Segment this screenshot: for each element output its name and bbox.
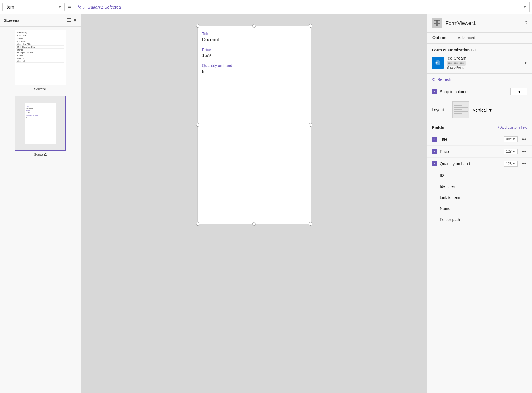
field-more-title[interactable]: ••• bbox=[520, 136, 527, 142]
svg-rect-0 bbox=[434, 20, 437, 23]
snap-columns-value: 1 bbox=[513, 89, 515, 94]
refresh-label: Refresh bbox=[437, 77, 451, 82]
layout-row: Layout Vertical ▼ bbox=[427, 98, 532, 121]
layout-chevron: ▼ bbox=[488, 108, 493, 112]
field-name-identifier: Identifier bbox=[440, 184, 527, 189]
datasource-chevron[interactable]: ▼ bbox=[523, 60, 527, 65]
screens-grid-icon[interactable]: ■ bbox=[74, 18, 77, 23]
screens-title: Screens bbox=[4, 18, 19, 23]
field-checkbox-name[interactable] bbox=[432, 206, 437, 211]
tab-advanced[interactable]: Advanced bbox=[453, 33, 480, 43]
field-name-folderpath: Folder path bbox=[440, 217, 527, 222]
layout-line bbox=[454, 107, 468, 108]
thumb1-row: Mint Chocolate Chip› bbox=[16, 46, 64, 49]
panel-title: FormViewer1 bbox=[446, 20, 522, 26]
refresh-row[interactable]: ↻ Refresh bbox=[427, 74, 532, 85]
screen2-title-value: Coconut bbox=[26, 107, 54, 109]
field-checkbox-identifier[interactable] bbox=[432, 184, 437, 189]
handle-tc[interactable] bbox=[252, 24, 256, 28]
field-type-qty[interactable]: 123 ▼ bbox=[504, 161, 518, 167]
screens-header: Screens ☰ ■ bbox=[0, 14, 81, 27]
snap-columns-chevron: ▼ bbox=[518, 89, 522, 94]
main-layout: Screens ☰ ■ Strawberry› Chocolate› Vanil… bbox=[0, 14, 532, 393]
right-panel: FormViewer1 ? Options Advanced Form cust… bbox=[427, 14, 532, 393]
handle-tr[interactable] bbox=[309, 24, 312, 28]
handle-mr[interactable] bbox=[309, 123, 312, 127]
screens-list-icon[interactable]: ☰ bbox=[67, 18, 71, 23]
layout-line bbox=[454, 109, 462, 110]
handle-br[interactable] bbox=[309, 222, 312, 226]
handle-ml[interactable] bbox=[196, 123, 199, 127]
item-dropdown[interactable]: Item ▼ bbox=[2, 3, 65, 11]
datasource-info: Ice Cream •••••••••••••• SharePoint bbox=[447, 56, 521, 70]
field-row-linktoitem: Link to item bbox=[427, 192, 532, 203]
fields-section: Fields + Add custom field ✓ Title abc ▼ … bbox=[427, 121, 532, 225]
panel-content: Form customization ? S Ice Cream •••••••… bbox=[427, 44, 532, 393]
field-checkbox-price[interactable]: ✓ bbox=[432, 149, 437, 154]
handle-tl[interactable] bbox=[196, 24, 199, 28]
formula-bar[interactable]: fx ⌄ Gallery1.Selected ▼ bbox=[75, 2, 530, 12]
snap-checkbox[interactable]: ✓ bbox=[432, 89, 437, 94]
screen2-qty-label: Quantity on hand bbox=[26, 114, 54, 116]
field-row-qty: ✓ Quantity on hand 123 ▼ ••• bbox=[427, 158, 532, 170]
field-checkbox-qty[interactable]: ✓ bbox=[432, 161, 437, 166]
layout-label: Layout bbox=[432, 108, 449, 112]
thumb1-row: Chocolate› bbox=[16, 34, 64, 37]
field-row-name: Name bbox=[427, 203, 532, 214]
tab-options[interactable]: Options bbox=[427, 33, 453, 43]
screen2-bg: Title Coconut Price 1.99 Quantity on han… bbox=[15, 96, 65, 150]
field-name-title: Title bbox=[440, 137, 501, 142]
svg-rect-3 bbox=[437, 24, 440, 26]
screen2-qty-value: 5 bbox=[26, 116, 54, 118]
screen1-content: Strawberry› Chocolate› Vanilla› Pistachi… bbox=[15, 30, 66, 64]
add-custom-field-btn[interactable]: + Add custom field bbox=[497, 125, 527, 129]
field-type-price[interactable]: 123 ▼ bbox=[504, 149, 518, 154]
field-more-qty[interactable]: ••• bbox=[520, 161, 527, 167]
layout-dropdown[interactable]: Vertical ▼ bbox=[473, 108, 527, 112]
thumb1-row: Banana› bbox=[16, 57, 64, 60]
top-bar: Item ▼ = fx ⌄ Gallery1.Selected ▼ bbox=[0, 0, 532, 14]
panel-tabs: Options Advanced bbox=[427, 33, 532, 44]
form-price-value: 1.99 bbox=[202, 53, 306, 58]
datasource-row: S Ice Cream •••••••••••••• SharePoint ▼ bbox=[432, 56, 527, 70]
screen-item-2[interactable]: Title Coconut Price 1.99 Quantity on han… bbox=[3, 96, 77, 157]
equals-sign: = bbox=[66, 4, 73, 10]
handle-bl[interactable] bbox=[196, 222, 199, 226]
field-row-identifier: Identifier bbox=[427, 181, 532, 192]
field-row-price: ✓ Price 123 ▼ ••• bbox=[427, 146, 532, 158]
screen1-thumbnail: Strawberry› Chocolate› Vanilla› Pistachi… bbox=[15, 30, 66, 85]
field-checkbox-id[interactable] bbox=[432, 173, 437, 178]
form-title-value: Coconut bbox=[202, 37, 306, 42]
screen2-title-label: Title bbox=[26, 105, 54, 107]
fields-title: Fields bbox=[432, 125, 444, 130]
center-canvas[interactable]: Title Coconut Price 1.99 Quantity on han… bbox=[81, 14, 427, 393]
form-qty-label: Quantity on hand bbox=[202, 63, 306, 68]
left-sidebar: Screens ☰ ■ Strawberry› Chocolate› Vanil… bbox=[0, 14, 81, 393]
field-type-title[interactable]: abc ▼ bbox=[504, 136, 518, 142]
handle-bc[interactable] bbox=[252, 222, 256, 226]
screen1-label: Screen1 bbox=[34, 87, 47, 91]
screens-icons: ☰ ■ bbox=[67, 18, 77, 23]
fields-header: Fields + Add custom field bbox=[427, 121, 532, 133]
field-more-price[interactable]: ••• bbox=[520, 148, 527, 155]
layout-line bbox=[454, 105, 462, 106]
fx-label: fx ⌄ bbox=[78, 5, 85, 9]
field-checkbox-title[interactable]: ✓ bbox=[432, 137, 437, 142]
help-icon[interactable]: ? bbox=[525, 21, 527, 26]
thumb1-row: Chocolate Chip› bbox=[16, 43, 64, 46]
thumb1-row: Coconut› bbox=[16, 60, 64, 63]
field-name-name: Name bbox=[440, 206, 527, 211]
form-customization-section: Form customization ? S Ice Cream •••••••… bbox=[427, 44, 532, 74]
snap-columns-dropdown[interactable]: 1 ▼ bbox=[510, 88, 527, 95]
form-container[interactable]: Title Coconut Price 1.99 Quantity on han… bbox=[197, 26, 311, 224]
field-checkbox-folderpath[interactable] bbox=[432, 217, 437, 222]
field-checkbox-linktoitem[interactable] bbox=[432, 195, 437, 200]
svg-rect-1 bbox=[437, 20, 440, 23]
form-price-label: Price bbox=[202, 47, 306, 52]
formula-text: Gallery1.Selected bbox=[87, 5, 521, 9]
field-name-linktoitem: Link to item bbox=[440, 195, 527, 200]
screen2-price-value: 1.99 bbox=[26, 112, 54, 114]
screen-item-1[interactable]: Strawberry› Chocolate› Vanilla› Pistachi… bbox=[3, 30, 77, 91]
field-type-chevron: ▼ bbox=[512, 150, 516, 154]
sharepoint-icon: S bbox=[432, 57, 444, 69]
